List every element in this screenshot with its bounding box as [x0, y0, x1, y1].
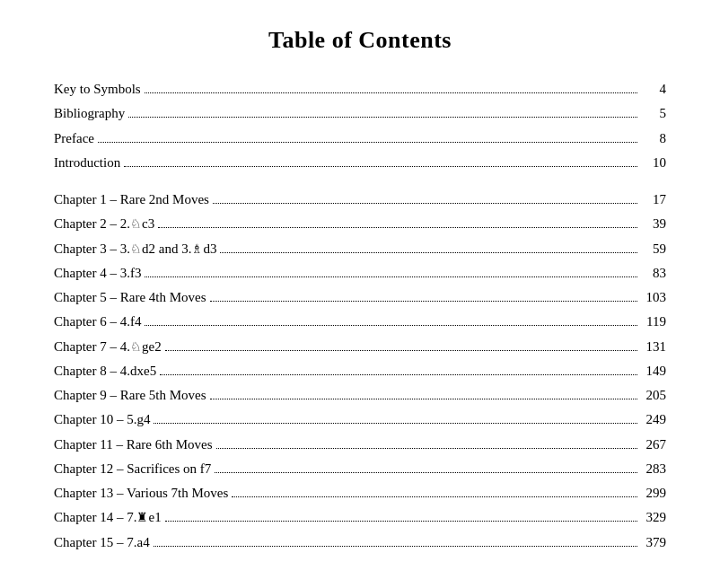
- chapter-entry: Chapter 3 – 3.♘d2 and 3.♗d359: [54, 239, 666, 259]
- entry-dots: [145, 276, 637, 277]
- entry-page: 299: [641, 483, 666, 504]
- chapter-label: Chapter 14 – 7.♜e1: [54, 507, 162, 528]
- chapter-entry: Chapter 11 – Rare 6th Moves267: [54, 434, 666, 455]
- entry-page: 119: [641, 312, 666, 332]
- entry-label: Preface: [54, 128, 94, 149]
- chess-piece-icon: ♘: [130, 242, 142, 256]
- front-matter-entry: Key to Symbols4: [54, 79, 666, 100]
- entry-page: 83: [641, 263, 666, 284]
- entry-page: 131: [641, 337, 666, 357]
- chapter-entry: Chapter 13 – Various 7th Moves299: [54, 483, 666, 504]
- entry-dots: [154, 546, 637, 547]
- front-matter-section: Key to Symbols4Bibliography5Preface8Intr…: [54, 79, 666, 173]
- chapter-label: Chapter 2 – 2.♘c3: [54, 214, 154, 234]
- chapter-entry: Chapter 5 – Rare 4th Moves103: [54, 287, 666, 308]
- chapter-entry: Chapter 8 – 4.dxe5149: [54, 361, 666, 382]
- entry-page: 267: [641, 434, 666, 455]
- chapter-label: Chapter 5 – Rare 4th Moves: [54, 287, 206, 308]
- entry-page: 379: [641, 532, 666, 553]
- chapter-entry: Chapter 6 – 4.f4119: [54, 312, 666, 332]
- entry-dots: [145, 92, 637, 93]
- entry-page: 249: [641, 409, 666, 430]
- entry-page: 17: [641, 189, 666, 210]
- chapter-label: Chapter 13 – Various 7th Moves: [54, 483, 228, 504]
- chapter-label: Chapter 15 – 7.a4: [54, 532, 150, 553]
- entry-dots: [165, 521, 637, 522]
- entry-dots: [210, 301, 637, 302]
- chapter-label: Chapter 3 – 3.♘d2 and 3.♗d3: [54, 239, 216, 259]
- entry-dots: [128, 117, 637, 118]
- chess-piece-icon: ♗: [191, 242, 203, 256]
- entry-page: 10: [641, 153, 666, 173]
- entry-dots: [213, 203, 637, 204]
- chapter-entry: Chapter 9 – Rare 5th Moves205: [54, 385, 666, 406]
- entry-dots: [216, 448, 638, 449]
- entry-dots: [154, 423, 637, 424]
- front-matter-entry: Bibliography5: [54, 103, 666, 124]
- entry-dots: [160, 374, 637, 375]
- chapter-label: Chapter 8 – 4.dxe5: [54, 361, 156, 382]
- chapter-label: Chapter 11 – Rare 6th Moves: [54, 434, 213, 455]
- chapter-label: Chapter 1 – Rare 2nd Moves: [54, 189, 209, 210]
- entry-dots: [215, 472, 637, 473]
- chapters-section: Chapter 1 – Rare 2nd Moves17Chapter 2 – …: [54, 189, 666, 553]
- entry-page: 5: [641, 103, 666, 124]
- entry-page: 205: [641, 385, 666, 406]
- entry-label: Introduction: [54, 153, 120, 173]
- front-matter-entry: Preface8: [54, 128, 666, 149]
- chapter-entry: Chapter 14 – 7.♜e1329: [54, 507, 666, 528]
- entry-dots: [124, 166, 637, 167]
- chapter-label: Chapter 9 – Rare 5th Moves: [54, 385, 206, 406]
- chapter-label: Chapter 4 – 3.f3: [54, 263, 141, 284]
- chapter-entry: Chapter 2 – 2.♘c339: [54, 214, 666, 234]
- entry-dots: [232, 496, 637, 497]
- chapter-label: Chapter 12 – Sacrifices on f7: [54, 459, 211, 479]
- chapter-label: Chapter 7 – 4.♘ge2: [54, 337, 162, 357]
- entry-dots: [145, 325, 637, 326]
- front-matter-entry: Introduction10: [54, 153, 666, 173]
- entry-page: 283: [641, 459, 666, 479]
- chapter-entry: Chapter 4 – 3.f383: [54, 263, 666, 284]
- chess-piece-icon: ♘: [130, 340, 142, 354]
- entry-page: 4: [641, 79, 666, 100]
- entry-dots: [98, 142, 637, 143]
- chapter-entry: Chapter 10 – 5.g4249: [54, 409, 666, 430]
- entry-dots: [158, 227, 637, 228]
- entry-dots: [220, 252, 637, 253]
- entry-label: Key to Symbols: [54, 79, 141, 100]
- entry-label: Bibliography: [54, 103, 125, 124]
- chapter-label: Chapter 6 – 4.f4: [54, 312, 141, 332]
- chess-piece-icon: ♘: [130, 217, 142, 231]
- chapter-entry: Chapter 1 – Rare 2nd Moves17: [54, 189, 666, 210]
- chapter-label: Chapter 10 – 5.g4: [54, 409, 150, 430]
- entry-page: 103: [641, 287, 666, 308]
- entry-page: 329: [641, 507, 666, 528]
- entry-page: 8: [641, 128, 666, 149]
- entry-page: 59: [641, 239, 666, 259]
- entry-dots: [165, 350, 637, 351]
- chess-piece-icon: ♜: [136, 511, 148, 524]
- chapter-entry: Chapter 12 – Sacrifices on f7283: [54, 459, 666, 479]
- entry-dots: [210, 399, 637, 399]
- chapter-entry: Chapter 15 – 7.a4379: [54, 532, 666, 553]
- entry-page: 149: [641, 361, 666, 382]
- entry-page: 39: [641, 214, 666, 234]
- chapter-entry: Chapter 7 – 4.♘ge2131: [54, 337, 666, 357]
- page-title: Table of Contents: [54, 27, 666, 54]
